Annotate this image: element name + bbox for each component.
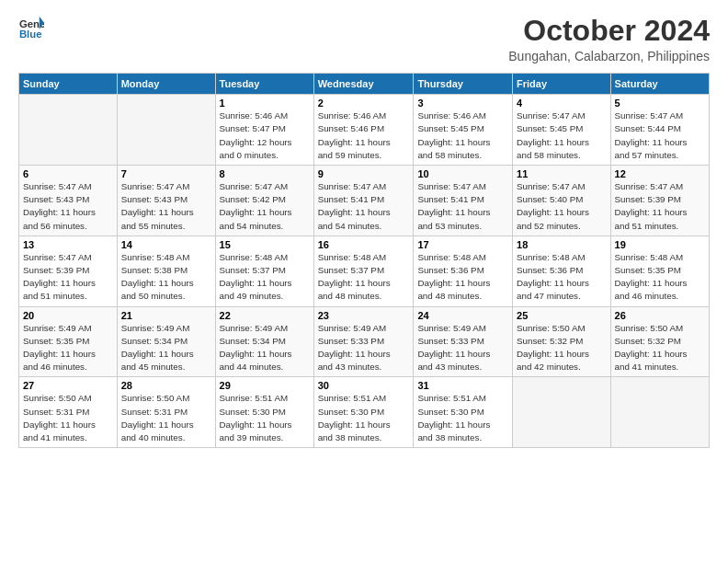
page: General Blue October 2024 Bungahan, Cala… [0,0,728,563]
day-number: 20 [23,310,113,321]
calendar-cell: 10Sunrise: 5:47 AM Sunset: 5:41 PM Dayli… [414,166,513,236]
day-number: 25 [517,310,607,321]
day-number: 14 [121,239,211,250]
day-info: Sunrise: 5:48 AM Sunset: 5:37 PM Dayligh… [318,251,410,304]
day-info: Sunrise: 5:47 AM Sunset: 5:42 PM Dayligh… [220,180,310,233]
col-header-tuesday: Tuesday [215,74,313,95]
calendar-cell: 3Sunrise: 5:46 AM Sunset: 5:45 PM Daylig… [414,95,513,166]
calendar-cell: 29Sunrise: 5:51 AM Sunset: 5:30 PM Dayli… [215,377,313,448]
day-info: Sunrise: 5:47 AM Sunset: 5:44 PM Dayligh… [615,109,705,162]
day-number: 3 [417,98,508,109]
calendar-cell: 13Sunrise: 5:47 AM Sunset: 5:39 PM Dayli… [19,236,118,306]
calendar-week-row: 6Sunrise: 5:47 AM Sunset: 5:43 PM Daylig… [19,166,710,236]
calendar-cell: 30Sunrise: 5:51 AM Sunset: 5:30 PM Dayli… [313,377,414,448]
calendar-cell: 19Sunrise: 5:48 AM Sunset: 5:35 PM Dayli… [610,236,709,306]
day-info: Sunrise: 5:47 AM Sunset: 5:41 PM Dayligh… [417,180,508,233]
day-number: 22 [220,310,310,321]
day-info: Sunrise: 5:49 AM Sunset: 5:35 PM Dayligh… [23,322,113,374]
day-info: Sunrise: 5:50 AM Sunset: 5:32 PM Dayligh… [615,322,705,374]
svg-text:Blue: Blue [19,29,42,40]
day-number: 6 [23,168,113,179]
page-title: October 2024 [508,15,710,47]
col-header-sunday: Sunday [19,74,118,95]
day-info: Sunrise: 5:49 AM Sunset: 5:34 PM Dayligh… [220,322,310,374]
day-info: Sunrise: 5:48 AM Sunset: 5:36 PM Dayligh… [417,251,508,304]
day-number: 8 [220,168,310,179]
calendar-cell: 2Sunrise: 5:46 AM Sunset: 5:46 PM Daylig… [313,95,414,166]
day-number: 18 [517,239,607,250]
title-block: October 2024 Bungahan, Calabarzon, Phili… [508,15,710,63]
day-number: 23 [318,310,410,321]
logo: General Blue [18,15,44,40]
day-info: Sunrise: 5:51 AM Sunset: 5:30 PM Dayligh… [417,392,508,444]
day-number: 15 [220,239,310,250]
calendar-cell: 8Sunrise: 5:47 AM Sunset: 5:42 PM Daylig… [215,166,313,236]
day-number: 13 [23,239,113,250]
calendar-header-row: SundayMondayTuesdayWednesdayThursdayFrid… [19,74,710,95]
day-number: 29 [220,380,310,391]
calendar-week-row: 13Sunrise: 5:47 AM Sunset: 5:39 PM Dayli… [19,236,710,306]
header: General Blue October 2024 Bungahan, Cala… [18,15,710,63]
day-number: 21 [121,310,211,321]
day-info: Sunrise: 5:47 AM Sunset: 5:39 PM Dayligh… [615,180,705,233]
calendar-cell: 25Sunrise: 5:50 AM Sunset: 5:32 PM Dayli… [513,306,611,377]
calendar-cell: 16Sunrise: 5:48 AM Sunset: 5:37 PM Dayli… [313,236,414,306]
calendar-cell: 14Sunrise: 5:48 AM Sunset: 5:38 PM Dayli… [117,236,215,306]
calendar-cell: 4Sunrise: 5:47 AM Sunset: 5:45 PM Daylig… [513,95,611,166]
day-info: Sunrise: 5:46 AM Sunset: 5:45 PM Dayligh… [417,109,508,162]
day-number: 12 [615,168,705,179]
calendar-cell: 7Sunrise: 5:47 AM Sunset: 5:43 PM Daylig… [117,166,215,236]
day-info: Sunrise: 5:47 AM Sunset: 5:39 PM Dayligh… [23,251,113,304]
day-info: Sunrise: 5:48 AM Sunset: 5:36 PM Dayligh… [517,251,607,304]
calendar-cell [117,95,215,166]
calendar-cell: 6Sunrise: 5:47 AM Sunset: 5:43 PM Daylig… [19,166,118,236]
col-header-thursday: Thursday [414,74,513,95]
col-header-saturday: Saturday [610,74,709,95]
day-info: Sunrise: 5:51 AM Sunset: 5:30 PM Dayligh… [220,392,310,444]
day-number: 26 [615,310,705,321]
day-info: Sunrise: 5:48 AM Sunset: 5:38 PM Dayligh… [121,251,211,304]
day-number: 28 [121,380,211,391]
calendar-week-row: 27Sunrise: 5:50 AM Sunset: 5:31 PM Dayli… [19,377,710,448]
day-number: 30 [318,380,410,391]
calendar-cell: 17Sunrise: 5:48 AM Sunset: 5:36 PM Dayli… [414,236,513,306]
day-number: 16 [318,239,410,250]
calendar-cell: 26Sunrise: 5:50 AM Sunset: 5:32 PM Dayli… [610,306,709,377]
page-subtitle: Bungahan, Calabarzon, Philippines [508,49,710,63]
col-header-wednesday: Wednesday [313,74,414,95]
col-header-friday: Friday [513,74,611,95]
calendar-cell: 5Sunrise: 5:47 AM Sunset: 5:44 PM Daylig… [610,95,709,166]
calendar-cell: 21Sunrise: 5:49 AM Sunset: 5:34 PM Dayli… [117,306,215,377]
calendar-cell: 15Sunrise: 5:48 AM Sunset: 5:37 PM Dayli… [215,236,313,306]
day-number: 17 [417,239,508,250]
day-number: 1 [220,98,310,109]
calendar-cell [610,377,709,448]
day-number: 4 [517,98,607,109]
day-info: Sunrise: 5:49 AM Sunset: 5:34 PM Dayligh… [121,322,211,374]
day-number: 31 [417,380,508,391]
day-info: Sunrise: 5:47 AM Sunset: 5:41 PM Dayligh… [318,180,410,233]
day-info: Sunrise: 5:46 AM Sunset: 5:47 PM Dayligh… [220,109,310,162]
day-number: 11 [517,168,607,179]
calendar-cell: 23Sunrise: 5:49 AM Sunset: 5:33 PM Dayli… [313,306,414,377]
day-info: Sunrise: 5:47 AM Sunset: 5:40 PM Dayligh… [517,180,607,233]
calendar-cell: 28Sunrise: 5:50 AM Sunset: 5:31 PM Dayli… [117,377,215,448]
calendar-cell: 12Sunrise: 5:47 AM Sunset: 5:39 PM Dayli… [610,166,709,236]
day-info: Sunrise: 5:48 AM Sunset: 5:35 PM Dayligh… [615,251,705,304]
day-number: 27 [23,380,113,391]
logo-icon: General Blue [18,15,44,40]
calendar-cell: 18Sunrise: 5:48 AM Sunset: 5:36 PM Dayli… [513,236,611,306]
day-number: 10 [417,168,508,179]
day-info: Sunrise: 5:47 AM Sunset: 5:45 PM Dayligh… [517,109,607,162]
calendar-cell [513,377,611,448]
day-info: Sunrise: 5:50 AM Sunset: 5:31 PM Dayligh… [121,392,211,444]
day-info: Sunrise: 5:47 AM Sunset: 5:43 PM Dayligh… [23,180,113,233]
day-number: 7 [121,168,211,179]
day-number: 19 [615,239,705,250]
day-info: Sunrise: 5:47 AM Sunset: 5:43 PM Dayligh… [121,180,211,233]
day-number: 24 [417,310,508,321]
calendar-week-row: 20Sunrise: 5:49 AM Sunset: 5:35 PM Dayli… [19,306,710,377]
calendar-cell: 9Sunrise: 5:47 AM Sunset: 5:41 PM Daylig… [313,166,414,236]
calendar-cell: 11Sunrise: 5:47 AM Sunset: 5:40 PM Dayli… [513,166,611,236]
calendar-cell: 24Sunrise: 5:49 AM Sunset: 5:33 PM Dayli… [414,306,513,377]
